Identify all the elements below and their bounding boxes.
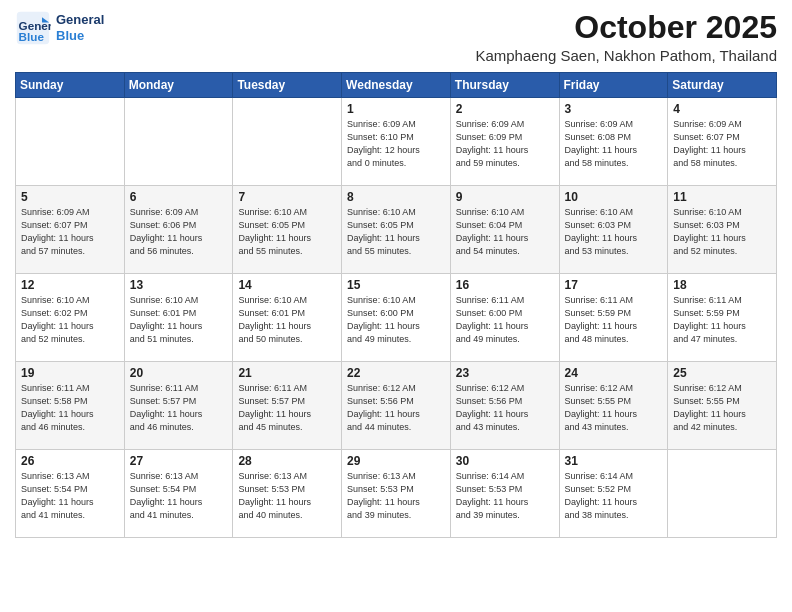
day-number: 6: [130, 190, 228, 204]
calendar-cell: 18Sunrise: 6:11 AM Sunset: 5:59 PM Dayli…: [668, 274, 777, 362]
day-info: Sunrise: 6:09 AM Sunset: 6:06 PM Dayligh…: [130, 206, 228, 258]
weekday-header: Tuesday: [233, 73, 342, 98]
day-number: 12: [21, 278, 119, 292]
day-number: 20: [130, 366, 228, 380]
day-number: 30: [456, 454, 554, 468]
day-number: 28: [238, 454, 336, 468]
main-title: October 2025: [475, 10, 777, 45]
calendar-cell: 23Sunrise: 6:12 AM Sunset: 5:56 PM Dayli…: [450, 362, 559, 450]
calendar-cell: 9Sunrise: 6:10 AM Sunset: 6:04 PM Daylig…: [450, 186, 559, 274]
subtitle: Kamphaeng Saen, Nakhon Pathom, Thailand: [475, 47, 777, 64]
day-number: 27: [130, 454, 228, 468]
day-info: Sunrise: 6:10 AM Sunset: 6:04 PM Dayligh…: [456, 206, 554, 258]
calendar-cell: [233, 98, 342, 186]
calendar-cell: 19Sunrise: 6:11 AM Sunset: 5:58 PM Dayli…: [16, 362, 125, 450]
day-number: 9: [456, 190, 554, 204]
svg-text:Blue: Blue: [19, 30, 45, 43]
calendar-cell: 11Sunrise: 6:10 AM Sunset: 6:03 PM Dayli…: [668, 186, 777, 274]
calendar-cell: 1Sunrise: 6:09 AM Sunset: 6:10 PM Daylig…: [342, 98, 451, 186]
weekday-header: Monday: [124, 73, 233, 98]
day-number: 13: [130, 278, 228, 292]
day-info: Sunrise: 6:09 AM Sunset: 6:07 PM Dayligh…: [21, 206, 119, 258]
calendar-cell: 27Sunrise: 6:13 AM Sunset: 5:54 PM Dayli…: [124, 450, 233, 538]
day-info: Sunrise: 6:14 AM Sunset: 5:52 PM Dayligh…: [565, 470, 663, 522]
logo-text-general: General: [56, 12, 104, 28]
day-number: 25: [673, 366, 771, 380]
day-number: 2: [456, 102, 554, 116]
day-info: Sunrise: 6:09 AM Sunset: 6:08 PM Dayligh…: [565, 118, 663, 170]
calendar-cell: 13Sunrise: 6:10 AM Sunset: 6:01 PM Dayli…: [124, 274, 233, 362]
calendar-cell: 20Sunrise: 6:11 AM Sunset: 5:57 PM Dayli…: [124, 362, 233, 450]
calendar-cell: 15Sunrise: 6:10 AM Sunset: 6:00 PM Dayli…: [342, 274, 451, 362]
logo: General Blue General Blue: [15, 10, 104, 46]
calendar-cell: 21Sunrise: 6:11 AM Sunset: 5:57 PM Dayli…: [233, 362, 342, 450]
calendar-cell: 25Sunrise: 6:12 AM Sunset: 5:55 PM Dayli…: [668, 362, 777, 450]
day-info: Sunrise: 6:10 AM Sunset: 6:03 PM Dayligh…: [673, 206, 771, 258]
day-number: 23: [456, 366, 554, 380]
day-number: 24: [565, 366, 663, 380]
day-info: Sunrise: 6:10 AM Sunset: 6:00 PM Dayligh…: [347, 294, 445, 346]
day-number: 14: [238, 278, 336, 292]
calendar-cell: 29Sunrise: 6:13 AM Sunset: 5:53 PM Dayli…: [342, 450, 451, 538]
calendar-cell: 22Sunrise: 6:12 AM Sunset: 5:56 PM Dayli…: [342, 362, 451, 450]
day-info: Sunrise: 6:10 AM Sunset: 6:01 PM Dayligh…: [238, 294, 336, 346]
day-number: 29: [347, 454, 445, 468]
day-info: Sunrise: 6:13 AM Sunset: 5:53 PM Dayligh…: [347, 470, 445, 522]
day-number: 22: [347, 366, 445, 380]
calendar-cell: 8Sunrise: 6:10 AM Sunset: 6:05 PM Daylig…: [342, 186, 451, 274]
logo-text-blue: Blue: [56, 28, 104, 44]
day-number: 21: [238, 366, 336, 380]
calendar-cell: 30Sunrise: 6:14 AM Sunset: 5:53 PM Dayli…: [450, 450, 559, 538]
calendar-cell: 5Sunrise: 6:09 AM Sunset: 6:07 PM Daylig…: [16, 186, 125, 274]
calendar-cell: 4Sunrise: 6:09 AM Sunset: 6:07 PM Daylig…: [668, 98, 777, 186]
day-info: Sunrise: 6:11 AM Sunset: 5:58 PM Dayligh…: [21, 382, 119, 434]
day-info: Sunrise: 6:10 AM Sunset: 6:05 PM Dayligh…: [347, 206, 445, 258]
day-info: Sunrise: 6:11 AM Sunset: 5:57 PM Dayligh…: [130, 382, 228, 434]
calendar-cell: [668, 450, 777, 538]
day-info: Sunrise: 6:13 AM Sunset: 5:54 PM Dayligh…: [130, 470, 228, 522]
day-number: 8: [347, 190, 445, 204]
calendar-cell: 24Sunrise: 6:12 AM Sunset: 5:55 PM Dayli…: [559, 362, 668, 450]
calendar-week-row: 1Sunrise: 6:09 AM Sunset: 6:10 PM Daylig…: [16, 98, 777, 186]
calendar-week-row: 26Sunrise: 6:13 AM Sunset: 5:54 PM Dayli…: [16, 450, 777, 538]
day-info: Sunrise: 6:13 AM Sunset: 5:53 PM Dayligh…: [238, 470, 336, 522]
day-number: 5: [21, 190, 119, 204]
calendar-cell: [16, 98, 125, 186]
day-info: Sunrise: 6:10 AM Sunset: 6:03 PM Dayligh…: [565, 206, 663, 258]
day-info: Sunrise: 6:09 AM Sunset: 6:09 PM Dayligh…: [456, 118, 554, 170]
logo-icon: General Blue: [15, 10, 51, 46]
day-info: Sunrise: 6:09 AM Sunset: 6:10 PM Dayligh…: [347, 118, 445, 170]
calendar-body: 1Sunrise: 6:09 AM Sunset: 6:10 PM Daylig…: [16, 98, 777, 538]
calendar-cell: 3Sunrise: 6:09 AM Sunset: 6:08 PM Daylig…: [559, 98, 668, 186]
day-number: 10: [565, 190, 663, 204]
calendar-table: SundayMondayTuesdayWednesdayThursdayFrid…: [15, 72, 777, 538]
weekday-header: Saturday: [668, 73, 777, 98]
calendar-cell: 28Sunrise: 6:13 AM Sunset: 5:53 PM Dayli…: [233, 450, 342, 538]
day-number: 19: [21, 366, 119, 380]
calendar-week-row: 19Sunrise: 6:11 AM Sunset: 5:58 PM Dayli…: [16, 362, 777, 450]
day-number: 4: [673, 102, 771, 116]
calendar-cell: 26Sunrise: 6:13 AM Sunset: 5:54 PM Dayli…: [16, 450, 125, 538]
calendar-cell: 2Sunrise: 6:09 AM Sunset: 6:09 PM Daylig…: [450, 98, 559, 186]
day-info: Sunrise: 6:11 AM Sunset: 5:59 PM Dayligh…: [673, 294, 771, 346]
calendar-cell: 10Sunrise: 6:10 AM Sunset: 6:03 PM Dayli…: [559, 186, 668, 274]
weekday-header: Friday: [559, 73, 668, 98]
day-number: 18: [673, 278, 771, 292]
weekday-header: Sunday: [16, 73, 125, 98]
day-number: 15: [347, 278, 445, 292]
calendar-cell: 6Sunrise: 6:09 AM Sunset: 6:06 PM Daylig…: [124, 186, 233, 274]
weekday-header: Thursday: [450, 73, 559, 98]
calendar-cell: 31Sunrise: 6:14 AM Sunset: 5:52 PM Dayli…: [559, 450, 668, 538]
day-info: Sunrise: 6:11 AM Sunset: 5:57 PM Dayligh…: [238, 382, 336, 434]
day-info: Sunrise: 6:12 AM Sunset: 5:56 PM Dayligh…: [456, 382, 554, 434]
header: General Blue General Blue October 2025 K…: [15, 10, 777, 64]
calendar-cell: 14Sunrise: 6:10 AM Sunset: 6:01 PM Dayli…: [233, 274, 342, 362]
day-number: 17: [565, 278, 663, 292]
day-number: 1: [347, 102, 445, 116]
calendar-cell: 12Sunrise: 6:10 AM Sunset: 6:02 PM Dayli…: [16, 274, 125, 362]
day-info: Sunrise: 6:12 AM Sunset: 5:56 PM Dayligh…: [347, 382, 445, 434]
day-info: Sunrise: 6:12 AM Sunset: 5:55 PM Dayligh…: [565, 382, 663, 434]
calendar-cell: [124, 98, 233, 186]
day-number: 7: [238, 190, 336, 204]
day-info: Sunrise: 6:10 AM Sunset: 6:01 PM Dayligh…: [130, 294, 228, 346]
